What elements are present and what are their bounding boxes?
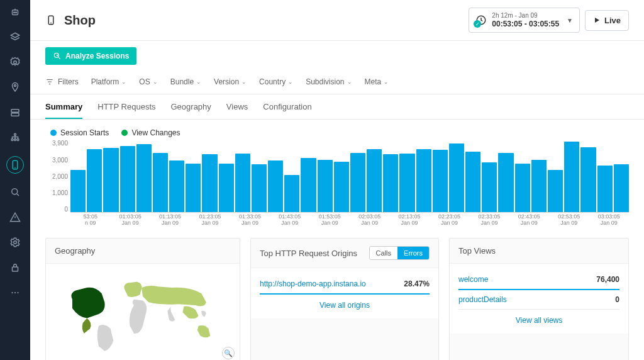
chart-bar[interactable] [350,153,365,213]
chart-bar[interactable] [219,164,234,213]
chart-bar[interactable] [301,158,316,212]
chart-bar[interactable] [614,164,629,212]
filters-label: Filters [45,77,79,86]
zoom-in-button[interactable]: 🔍 [222,347,235,359]
chart-bar[interactable] [465,152,480,212]
view-count: 0 [615,295,619,304]
chart-bar[interactable] [120,146,135,212]
svg-point-15 [11,292,13,293]
chart-bar[interactable] [284,175,299,212]
chart-bar[interactable] [70,170,86,213]
filter-meta[interactable]: Meta⌄ [365,77,389,86]
chart-bar[interactable] [169,160,184,212]
toggle-errors[interactable]: Errors [397,247,429,259]
view-link-productdetails[interactable]: productDetails [458,295,507,304]
chart-bar[interactable] [416,149,431,213]
svg-point-13 [14,241,17,244]
svg-point-16 [14,292,16,293]
chart-bar[interactable] [482,162,497,212]
sidebar-search-icon[interactable] [8,185,22,199]
clock-icon: ✓ [475,14,487,26]
filter-platform[interactable]: Platform⌄ [91,77,127,86]
sidebar-sitemap-icon[interactable] [8,131,22,145]
view-row: welcome 76,400 [458,270,619,290]
chart-bar[interactable] [383,154,398,212]
svg-rect-14 [13,267,18,271]
svg-point-1 [14,12,15,13]
chart-bar[interactable] [235,154,250,212]
filter-version[interactable]: Version⌄ [214,77,247,86]
sidebar-robot-icon[interactable] [8,5,22,19]
sidebar-pin-icon[interactable] [8,81,22,94]
chart-bar[interactable] [367,149,382,213]
svg-point-8 [11,139,13,141]
tab-geography[interactable]: Geography [171,102,211,119]
geography-card: Geography [45,238,240,360]
sidebar-stack-icon[interactable] [8,30,22,44]
chart-legend: Session Starts View Changes [45,128,629,137]
filter-country[interactable]: Country⌄ [259,77,293,86]
chart-bar[interactable] [433,150,448,212]
svg-point-3 [14,61,17,64]
chart-bar[interactable] [136,144,152,212]
sidebar-lock-icon[interactable] [8,261,22,274]
page-title: Shop [64,13,96,28]
view-all-views-link[interactable]: View all views [516,316,562,325]
chart-bar[interactable] [597,166,613,213]
filter-os[interactable]: OS⌄ [139,77,157,86]
tabs: Summary HTTP Requests Geography Views Co… [30,94,644,120]
chart-bar[interactable] [399,154,414,212]
chart-bar[interactable] [334,162,349,213]
svg-point-10 [17,139,19,141]
chart-bar[interactable] [103,148,118,212]
origin-row: http://shop-demo-app.instana.io 28.47% [260,274,430,295]
top-views-card: Top Views welcome 76,400 productDetails … [449,238,629,360]
chart-bar[interactable] [548,170,563,213]
chart-bar[interactable] [531,160,547,212]
time-range-duration: 2h 12m - Jan 09 [492,12,559,20]
tab-http-requests[interactable]: HTTP Requests [97,102,155,119]
tab-configuration[interactable]: Configuration [263,102,311,119]
chart-bar[interactable] [449,143,464,212]
sidebar-mobile-icon[interactable] [6,156,24,174]
chart-bar[interactable] [153,153,168,213]
chart-bar[interactable] [498,153,513,213]
view-all-origins-link[interactable]: View all origins [319,301,370,310]
chart-bar[interactable] [252,164,267,212]
sidebar-server-icon[interactable] [8,106,22,120]
tab-views[interactable]: Views [226,102,248,119]
chart-bar[interactable] [268,160,283,212]
http-origins-card: Top HTTP Request Origins Calls Errors ht… [250,238,439,360]
svg-point-2 [16,12,17,13]
view-link-welcome[interactable]: welcome [458,275,488,284]
toggle-calls[interactable]: Calls [370,247,397,259]
chart-bar[interactable] [580,147,596,213]
view-count: 76,400 [596,275,619,284]
filter-subdivision[interactable]: Subdivision⌄ [306,77,352,86]
time-range-picker[interactable]: ✓ 2h 12m - Jan 09 00:53:05 - 03:05:55 ▼ [469,8,580,33]
mobile-app-icon [45,14,57,26]
chart-bar[interactable] [515,164,530,213]
tab-summary[interactable]: Summary [45,102,82,119]
svg-point-9 [14,139,16,141]
world-map[interactable] [55,270,231,358]
origin-link[interactable]: http://shop-demo-app.instana.io [260,279,366,288]
chart-bar[interactable] [202,154,217,212]
nav-sidebar [0,0,30,360]
chart-bar[interactable] [87,149,102,213]
chart-bar[interactable] [186,164,201,213]
chart-bar[interactable] [564,142,579,212]
sidebar-gear-hex-icon[interactable] [8,55,22,69]
filter-bundle[interactable]: Bundle⌄ [170,77,201,86]
live-button[interactable]: Live [585,10,629,31]
svg-rect-6 [11,113,19,116]
geography-title: Geography [55,246,95,256]
sidebar-more-icon[interactable] [8,286,22,300]
analyze-sessions-button[interactable]: Analyze Sessions [45,47,136,65]
sidebar-warning-icon[interactable] [8,210,22,224]
view-row: productDetails 0 [458,290,619,310]
live-label: Live [604,16,621,25]
chart-bar[interactable] [318,160,333,212]
svg-rect-5 [11,110,19,113]
sidebar-settings-icon[interactable] [8,235,22,249]
